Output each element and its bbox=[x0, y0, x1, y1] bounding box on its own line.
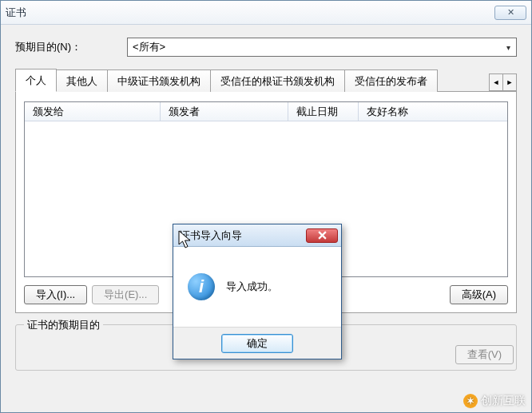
msgbox-ok-button[interactable]: 确定 bbox=[221, 334, 293, 353]
msgbox-close-button[interactable] bbox=[306, 228, 338, 243]
import-success-msgbox: 证书导入向导 i 导入成功。 确定 bbox=[173, 224, 342, 359]
msgbox-titlebar[interactable]: 证书导入向导 bbox=[173, 224, 341, 247]
col-issued-by[interactable]: 颁发者 bbox=[161, 102, 288, 121]
tab-scroll-left-button[interactable]: ◄ bbox=[489, 73, 503, 91]
window-title: 证书 bbox=[6, 6, 26, 20]
col-expiry[interactable]: 截止日期 bbox=[288, 102, 359, 121]
col-friendly-name[interactable]: 友好名称 bbox=[359, 102, 507, 121]
groupbox-title: 证书的预期目的 bbox=[24, 318, 103, 332]
msgbox-text: 导入成功。 bbox=[226, 280, 278, 294]
titlebar[interactable]: 证书 ✕ bbox=[1, 1, 531, 25]
tab-others[interactable]: 其他人 bbox=[56, 69, 108, 92]
triangle-left-icon: ◄ bbox=[493, 78, 500, 86]
import-button[interactable]: 导入(I)... bbox=[24, 285, 87, 304]
msgbox-footer: 确定 bbox=[173, 327, 341, 359]
purpose-select[interactable]: <所有> ▾ bbox=[127, 38, 517, 57]
msgbox-title: 证书导入向导 bbox=[180, 228, 242, 243]
msgbox-body: i 导入成功。 bbox=[173, 247, 341, 327]
purpose-value: <所有> bbox=[133, 40, 165, 54]
window-close-button[interactable]: ✕ bbox=[494, 6, 526, 20]
export-button: 导出(E)... bbox=[92, 285, 159, 304]
tab-trusted-root-ca[interactable]: 受信任的根证书颁发机构 bbox=[210, 69, 345, 92]
tabstrip: 个人 其他人 中级证书颁发机构 受信任的根证书颁发机构 受信任的发布者 ◄ ► bbox=[15, 68, 517, 92]
tab-scroll: ◄ ► bbox=[490, 73, 517, 91]
advanced-button[interactable]: 高级(A) bbox=[450, 285, 508, 304]
purpose-label: 预期目的(N)： bbox=[15, 40, 127, 54]
tab-intermediate-ca[interactable]: 中级证书颁发机构 bbox=[107, 69, 211, 92]
triangle-right-icon: ► bbox=[506, 78, 514, 86]
close-icon: ✕ bbox=[507, 7, 514, 18]
tab-scroll-right-button[interactable]: ► bbox=[502, 73, 517, 91]
listview-header: 颁发给 颁发者 截止日期 友好名称 bbox=[25, 102, 507, 121]
tab-trusted-publishers[interactable]: 受信任的发布者 bbox=[344, 69, 438, 92]
tab-personal[interactable]: 个人 bbox=[15, 69, 57, 92]
title-text: 证书 bbox=[6, 6, 26, 20]
close-icon bbox=[318, 231, 327, 240]
chevron-down-icon: ▾ bbox=[500, 38, 516, 56]
purpose-row: 预期目的(N)： <所有> ▾ bbox=[15, 38, 517, 57]
col-issued-to[interactable]: 颁发给 bbox=[25, 102, 161, 121]
info-icon: i bbox=[188, 273, 215, 300]
